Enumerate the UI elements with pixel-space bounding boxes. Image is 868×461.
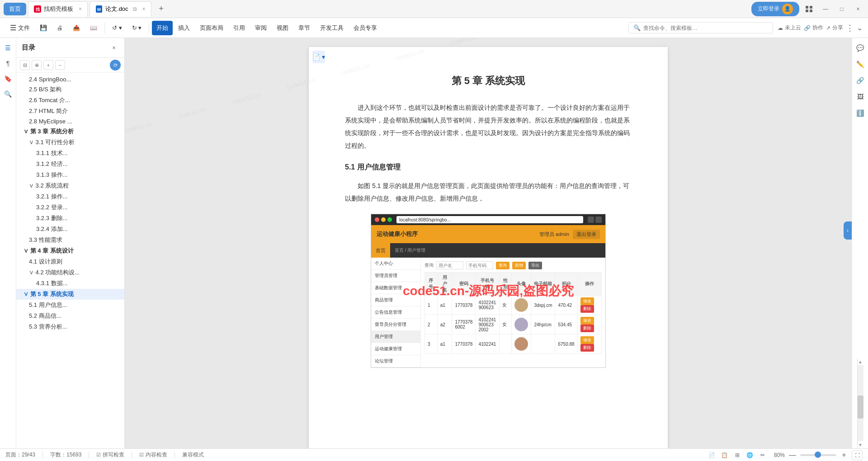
login-button[interactable]: 立即登录 👤	[751, 2, 799, 16]
doc-scrollbar[interactable]: ▲ ▼	[857, 358, 863, 448]
toc-item[interactable]: 2.7 HTML 简介	[16, 106, 124, 117]
expand-panel-btn[interactable]: ›	[844, 221, 852, 240]
del-btn-1[interactable]: 删除	[580, 305, 594, 313]
wordcount-info[interactable]: 字数：15693	[50, 451, 81, 459]
tab-add-button[interactable]: +	[155, 3, 168, 15]
edit-btn-1[interactable]: 修改	[580, 297, 594, 305]
sidebar-notice[interactable]: 公告信息管理	[371, 306, 420, 319]
toc-item[interactable]: ∨ 第 5 章 系统实现	[16, 289, 124, 300]
toc-sync-btn[interactable]: ⟳	[110, 60, 121, 71]
toc-item[interactable]: 4.3.1 数据...	[16, 278, 124, 289]
sidebar-forum[interactable]: 论坛管理	[371, 355, 420, 367]
doc-file-btn[interactable]: 📄 ▾	[312, 51, 325, 63]
tab-home[interactable]: 首页	[4, 3, 26, 15]
undo-btn[interactable]: ↺ ▾	[108, 21, 127, 35]
view-single-btn[interactable]: 📄	[706, 450, 718, 460]
tab-doc[interactable]: W 论文.doc ⧉ ×	[90, 1, 151, 17]
sidebar-personal[interactable]: 个人中心	[371, 258, 420, 270]
right-comment-icon[interactable]: 💬	[854, 42, 867, 54]
tab-review[interactable]: 审阅	[250, 21, 271, 35]
tab-devtools[interactable]: 开发工具	[316, 21, 348, 35]
tab-view[interactable]: 视图	[272, 21, 293, 35]
sidebar-basic[interactable]: 基础数据管理	[371, 282, 420, 294]
toc-item[interactable]: 3.2.4 添加...	[16, 224, 124, 235]
toc-item[interactable]: 5.3 营养分析...	[16, 321, 124, 332]
bookmark-icon[interactable]: 🔖	[2, 72, 14, 85]
toc-remove-btn[interactable]: −	[55, 60, 65, 70]
sidebar-users[interactable]: 用户管理	[371, 331, 420, 343]
app-search-user[interactable]	[436, 261, 463, 269]
doc-restore[interactable]: ⧉	[133, 6, 137, 12]
app-add-btn[interactable]: 新增	[512, 262, 526, 269]
toc-item[interactable]: 2.4 SpringBoo...	[16, 75, 124, 84]
export-btn[interactable]: 📤	[68, 21, 85, 35]
spellcheck-btn[interactable]: ☑ 拼写检查	[96, 451, 124, 459]
tab-pagelayout[interactable]: 页面布局	[195, 21, 228, 35]
toc-item[interactable]: ∨ 3.1 可行性分析	[16, 137, 124, 148]
toc-item[interactable]: ∨ 4.2 功能结构设...	[16, 267, 124, 278]
menu-file[interactable]: ☰ 文件	[5, 21, 34, 35]
toc-item[interactable]: 2.8 MyEclipse ...	[16, 117, 124, 126]
compat-mode-btn[interactable]: 兼容模式	[182, 451, 204, 459]
save-btn[interactable]: 💾	[35, 21, 52, 35]
view-web-btn[interactable]: 🌐	[744, 450, 756, 460]
content-check-btn[interactable]: ☑ 内容检查	[139, 451, 167, 459]
view-multi-btn[interactable]: 📋	[719, 450, 731, 460]
zoom-out-btn[interactable]: —	[788, 450, 797, 460]
toc-collapse-all-btn[interactable]: ⊟	[20, 60, 30, 70]
right-link-icon[interactable]: 🔗	[854, 74, 867, 87]
app-search-phone[interactable]	[466, 261, 493, 269]
more-options-btn[interactable]: ⋮	[846, 23, 854, 33]
sidebar-supervisor[interactable]: 督导员分分管理	[371, 319, 420, 331]
toc-item[interactable]: 5.1 用户信息...	[16, 300, 124, 310]
doc-close[interactable]: ×	[142, 6, 146, 12]
toc-add-btn[interactable]: +	[43, 60, 53, 70]
toolbar-search-box[interactable]: 🔍	[628, 22, 773, 33]
tab-start[interactable]: 开始	[152, 21, 173, 35]
share-btn[interactable]: ↗ 分享	[826, 24, 843, 32]
toc-item[interactable]: 3.3 性能需求	[16, 235, 124, 245]
toc-close-btn[interactable]: ×	[109, 43, 119, 53]
fullscreen-btn[interactable]: ⛶	[852, 450, 863, 460]
toc-item[interactable]: ∨ 第 4 章 系统设计	[16, 245, 124, 256]
toc-item[interactable]: 3.2.3 删除...	[16, 213, 124, 224]
sidebar-sports[interactable]: 运动健康管理	[371, 343, 420, 355]
toc-item[interactable]: 3.1.2 经济...	[16, 159, 124, 169]
zoom-in-btn[interactable]: +	[839, 450, 849, 460]
toc-item[interactable]: 3.1.3 操作...	[16, 169, 124, 180]
toc-item[interactable]: ∨ 第 3 章 系统分析	[16, 126, 124, 137]
right-edit-icon[interactable]: ✏️	[854, 58, 867, 71]
read-btn[interactable]: 📖	[85, 21, 102, 35]
app-search-btn[interactable]: 查询	[496, 262, 509, 269]
minimize-button[interactable]: —	[819, 3, 832, 15]
close-button[interactable]: ×	[852, 3, 864, 15]
tab-insert[interactable]: 插入	[174, 21, 194, 35]
del-btn-2[interactable]: 删除	[580, 325, 594, 332]
tab-findmo[interactable]: 找 找稻壳模板 ×	[28, 1, 88, 17]
tab-references[interactable]: 引用	[229, 21, 250, 35]
redo-btn[interactable]: ↻ ▾	[127, 21, 146, 35]
expand-toolbar-btn[interactable]: ⌄	[857, 24, 863, 32]
toc-item[interactable]: 5.2 商品信...	[16, 310, 124, 321]
toc-item[interactable]: 3.2.2 登录...	[16, 202, 124, 213]
app-logout-btn[interactable]: 退出登录	[573, 230, 600, 239]
toc-item[interactable]: 2.5 B/S 架构	[16, 84, 124, 95]
scroll-down-btn[interactable]: ▼	[858, 441, 863, 448]
doc-area[interactable]: code51.cn code51.cn code51.cn code51.cn …	[125, 38, 852, 448]
edit-btn-3[interactable]: 修改	[580, 336, 594, 344]
tab-chapter[interactable]: 章节	[294, 21, 315, 35]
edit-btn-2[interactable]: 修改	[580, 317, 594, 325]
findmo-close[interactable]: ×	[79, 6, 82, 12]
cloud-status-btn[interactable]: ☁ 未上云	[778, 24, 801, 32]
print-btn[interactable]: 🖨	[52, 21, 67, 35]
tab-vip[interactable]: 会员专享	[349, 21, 382, 35]
toc-icon[interactable]: ☰	[2, 42, 14, 54]
scroll-up-btn[interactable]: ▲	[858, 358, 863, 365]
scroll-track[interactable]	[858, 365, 863, 441]
collab-btn[interactable]: 🔗 协作	[804, 24, 823, 32]
toc-item[interactable]: ∨ 3.2 系统流程	[16, 180, 124, 191]
view-wide-btn[interactable]: ⊞	[731, 450, 743, 460]
right-info-icon[interactable]: ℹ️	[854, 107, 867, 119]
toc-item[interactable]: 4.1 设计原则	[16, 256, 124, 267]
format-icon[interactable]: ¶	[2, 57, 14, 70]
